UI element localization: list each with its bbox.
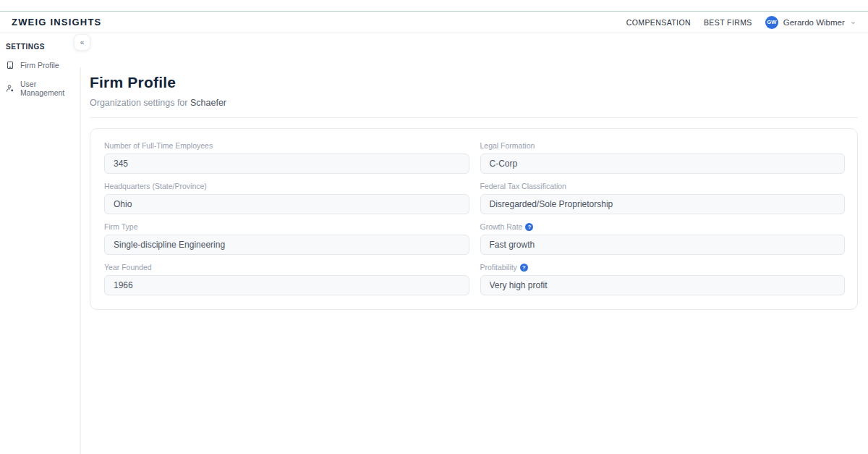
field-label: Profitability ? [480, 263, 846, 272]
field-label: Federal Tax Classification [480, 182, 846, 190]
field-full-time-employees: Number of Full-Time Employees [104, 141, 469, 174]
legal-formation-input[interactable] [480, 154, 846, 174]
field-label: Growth Rate ? [480, 222, 846, 231]
field-label: Firm Type [104, 222, 469, 231]
field-year-founded: Year Founded [104, 263, 469, 295]
profitability-input[interactable] [480, 275, 846, 295]
firm-type-input[interactable] [104, 235, 469, 255]
user-menu[interactable]: GW Gerardo Wibmer ⌄ [765, 16, 856, 29]
field-label-text: Growth Rate [480, 222, 523, 231]
firm-profile-form: Number of Full-Time Employees Legal Form… [104, 141, 845, 295]
headquarters-input[interactable] [104, 194, 469, 214]
header-nav: COMPENSATION BEST FIRMS GW Gerardo Wibme… [626, 16, 856, 29]
field-profitability: Profitability ? [480, 263, 846, 295]
field-firm-type: Firm Type [104, 222, 469, 255]
logo[interactable]: ZWEIG INSIGHTS [12, 17, 101, 28]
user-name: Gerardo Wibmer [783, 18, 845, 27]
firm-profile-card: Number of Full-Time Employees Legal Form… [90, 128, 858, 310]
full-time-employees-input[interactable] [104, 154, 469, 174]
field-legal-formation: Legal Formation [480, 141, 846, 174]
app-body: SETTINGS Firm Profile User Man [0, 33, 868, 453]
field-label: Number of Full-Time Employees [104, 141, 469, 150]
sidebar-item-user-management[interactable]: User Management [6, 80, 75, 97]
field-growth-rate: Growth Rate ? [480, 222, 846, 255]
field-label: Legal Formation [480, 141, 846, 150]
field-federal-tax-classification: Federal Tax Classification [480, 182, 846, 214]
nav-compensation[interactable]: COMPENSATION [626, 18, 691, 27]
sidebar-item-label: User Management [20, 80, 75, 97]
sidebar: SETTINGS Firm Profile User Man [0, 33, 80, 453]
top-strip [0, 0, 868, 12]
info-icon[interactable]: ? [520, 264, 528, 272]
avatar[interactable]: GW [765, 16, 778, 29]
growth-rate-input[interactable] [480, 235, 846, 255]
sidebar-divider [80, 67, 81, 454]
org-name: Schaefer [190, 98, 226, 108]
field-label-text: Profitability [480, 263, 517, 272]
app-header: ZWEIG INSIGHTS COMPENSATION BEST FIRMS G… [0, 12, 868, 33]
federal-tax-classification-input[interactable] [480, 194, 846, 214]
subtitle-prefix: Organization settings for [90, 98, 190, 108]
sidebar-item-label: Firm Profile [20, 61, 59, 70]
info-icon[interactable]: ? [525, 223, 533, 231]
building-icon [6, 61, 14, 70]
page-subtitle: Organization settings for Schaefer [90, 98, 858, 108]
user-gear-icon [6, 84, 14, 93]
chevron-down-icon[interactable]: ⌄ [850, 18, 856, 24]
sidebar-item-firm-profile[interactable]: Firm Profile [6, 61, 75, 70]
field-label: Year Founded [104, 263, 469, 272]
year-founded-input[interactable] [104, 275, 469, 295]
field-headquarters: Headquarters (State/Province) [104, 182, 469, 214]
sidebar-collapse-button[interactable]: « [74, 34, 90, 51]
nav-best-firms[interactable]: BEST FIRMS [704, 18, 752, 27]
field-label: Headquarters (State/Province) [104, 182, 469, 190]
subtitle-divider [90, 117, 858, 118]
main-content: Firm Profile Organization settings for S… [80, 33, 868, 453]
page-title: Firm Profile [90, 74, 858, 91]
sidebar-title: SETTINGS [6, 43, 75, 51]
